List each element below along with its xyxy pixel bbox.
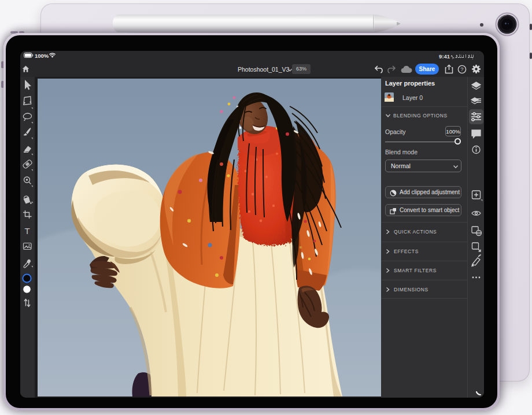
svg-text:T: T [24, 226, 29, 236]
svg-text:?: ? [460, 66, 463, 72]
